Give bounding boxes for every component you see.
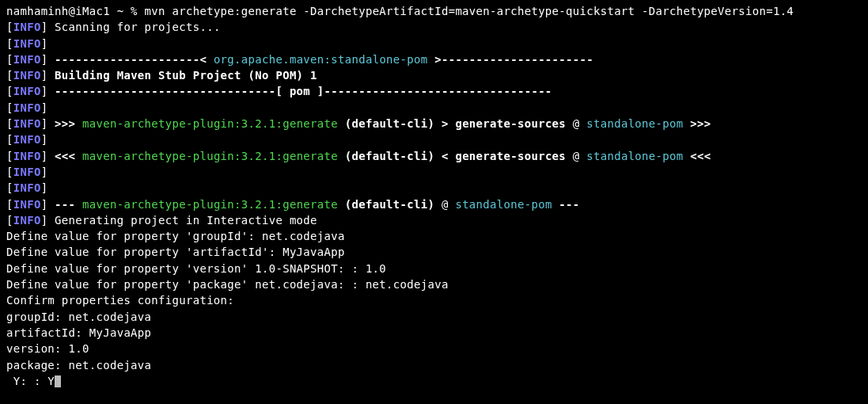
prompt-line: Define value for property 'groupId': net… <box>6 228 862 244</box>
log-line: [INFO] --------------------------------[… <box>6 83 862 99</box>
pom-name: standalone-pom <box>586 117 683 130</box>
bracket: [ <box>6 101 13 114</box>
pom-name: standalone-pom <box>586 150 683 162</box>
bracket: [ <box>6 214 13 227</box>
log-line: [INFO] --- maven-archetype-plugin:3.2.1:… <box>6 196 862 212</box>
arrow: >>> <box>683 117 711 130</box>
phase-name: generate-sources <box>455 150 566 162</box>
info-tag: INFO <box>13 214 41 227</box>
building-text: Building Maven Stub Project (No POM) 1 <box>47 69 316 82</box>
info-tag: INFO <box>13 181 41 194</box>
info-tag: INFO <box>13 101 41 114</box>
info-tag: INFO <box>13 21 41 33</box>
phase-name: generate-sources <box>455 117 566 130</box>
y-prompt: Y: : Y <box>6 375 55 387</box>
plugin-name: maven-archetype-plugin:3.2.1:generate <box>82 117 338 130</box>
bracket: ] <box>41 166 48 178</box>
cursor-icon <box>55 375 61 387</box>
info-tag: INFO <box>13 150 41 162</box>
prompt-line: Confirm properties configuration: <box>6 292 862 308</box>
info-tag: INFO <box>13 133 41 146</box>
dash: --- <box>552 198 580 211</box>
log-line: [INFO] <box>6 36 862 51</box>
plugin-name: maven-archetype-plugin:3.2.1:generate <box>82 150 338 162</box>
at-symbol: @ <box>566 150 586 162</box>
info-tag: INFO <box>13 37 41 50</box>
dash: --- <box>47 198 82 211</box>
arrow: >>> <box>47 117 82 130</box>
bracket: [ <box>6 69 13 82</box>
info-tag: INFO <box>13 117 41 130</box>
prompt-line: Define value for property 'artifactId': … <box>6 244 862 260</box>
bracket: [ <box>6 133 13 146</box>
arrow: <<< <box>683 150 711 162</box>
bracket: [ <box>6 37 13 50</box>
terminal-output[interactable]: namhaminh@iMac1 ~ % mvn archetype:genera… <box>6 3 862 389</box>
cli-text: (default-cli) <box>338 150 434 162</box>
bracket: [ <box>6 117 13 130</box>
bracket: ] <box>41 101 48 114</box>
at-symbol: @ <box>434 198 455 211</box>
log-text: Generating project in Interactive mode <box>47 214 316 227</box>
config-line: groupId: net.codejava <box>6 309 862 325</box>
prompt-line: Define value for property 'package' net.… <box>6 276 862 292</box>
user-host: namhaminh@iMac1 <box>6 5 110 17</box>
bracket: ] <box>41 181 48 194</box>
at-symbol: @ <box>566 117 586 130</box>
log-line: [INFO] >>> maven-archetype-plugin:3.2.1:… <box>6 116 862 131</box>
prompt-line: Define value for property 'version' 1.0-… <box>6 261 862 276</box>
log-line: [INFO] Generating project in Interactive… <box>6 212 862 228</box>
arrow: <<< <box>47 150 82 162</box>
config-line: artifactId: MyJavaApp <box>6 325 862 341</box>
log-line: [INFO] <box>6 100 862 116</box>
info-tag: INFO <box>13 166 41 178</box>
separator: >---------------------- <box>427 53 593 66</box>
config-line: package: net.codejava <box>6 357 862 373</box>
log-line: [INFO] <box>6 164 862 180</box>
info-tag: INFO <box>13 85 41 97</box>
separator: ---------------------< <box>47 53 214 66</box>
input-line[interactable]: Y: : Y <box>6 373 862 389</box>
bracket: [ <box>6 85 13 97</box>
bracket: [ <box>6 166 13 178</box>
prompt-path: ~ % <box>110 5 145 17</box>
log-text: Scanning for projects... <box>47 21 220 33</box>
bracket: ] <box>41 37 48 50</box>
log-line: [INFO] Building Maven Stub Project (No P… <box>6 67 862 83</box>
command: mvn archetype:generate -DarchetypeArtifa… <box>145 5 794 17</box>
info-tag: INFO <box>13 198 41 211</box>
prompt-line: namhaminh@iMac1 ~ % mvn archetype:genera… <box>6 3 862 19</box>
cli-text: (default-cli) <box>338 198 434 211</box>
info-tag: INFO <box>13 53 41 66</box>
plugin-name: maven-archetype-plugin:3.2.1:generate <box>82 198 338 211</box>
bracket: [ <box>6 198 13 211</box>
bracket: [ <box>6 150 13 162</box>
log-line: [INFO] <box>6 131 862 147</box>
config-line: version: 1.0 <box>6 341 862 356</box>
separator: --------------------------------[ pom ]-… <box>47 85 552 97</box>
log-line: [INFO] <<< maven-archetype-plugin:3.2.1:… <box>6 148 862 164</box>
log-line: [INFO] Scanning for projects... <box>6 19 862 35</box>
bracket: [ <box>6 21 13 33</box>
log-line: [INFO] <box>6 180 862 196</box>
arrow: > <box>434 117 455 130</box>
bracket: ] <box>41 133 48 146</box>
pom-name: standalone-pom <box>455 198 552 211</box>
cli-text: (default-cli) <box>338 117 434 130</box>
artifact-name: org.apache.maven:standalone-pom <box>214 53 428 66</box>
arrow: < <box>434 150 455 162</box>
log-line: [INFO] ---------------------< org.apache… <box>6 51 862 67</box>
bracket: [ <box>6 181 13 194</box>
bracket: [ <box>6 53 13 66</box>
info-tag: INFO <box>13 69 41 82</box>
